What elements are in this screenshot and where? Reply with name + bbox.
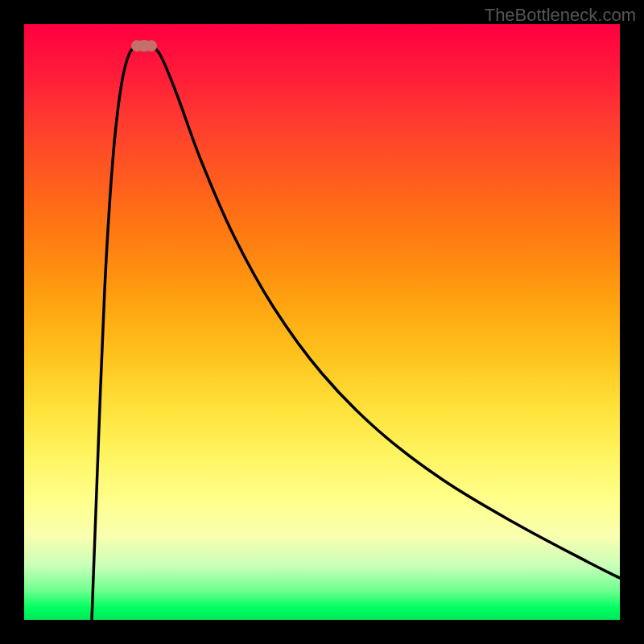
chart-frame: TheBottleneck.com <box>0 0 644 644</box>
attribution-label: TheBottleneck.com <box>485 5 636 26</box>
trough-marker-left <box>131 40 142 52</box>
curve-right-ascent <box>151 46 620 578</box>
trough-marker-right <box>146 40 157 52</box>
curve-left-descent <box>92 46 137 620</box>
plot-area <box>24 24 620 620</box>
curve-layer <box>24 24 620 620</box>
